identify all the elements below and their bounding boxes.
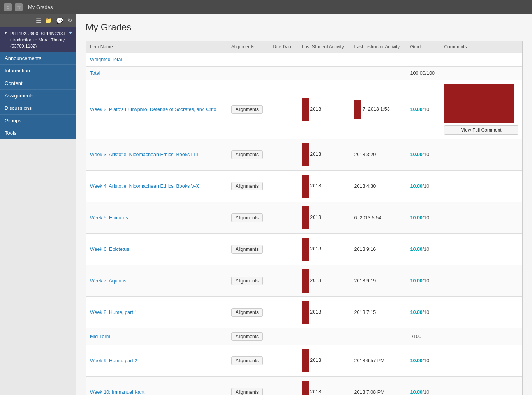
cell-last-instructor	[351, 53, 407, 67]
sidebar-item-tools[interactable]: Tools	[0, 127, 76, 139]
cell-due-date	[269, 67, 298, 80]
item-link[interactable]: Total	[90, 71, 100, 76]
cell-grade: 10.00/10	[407, 80, 440, 139]
col-grade: Grade	[407, 41, 440, 53]
item-link[interactable]: Weighted Total	[90, 57, 122, 62]
item-link[interactable]: Week 6: Epictetus	[90, 247, 129, 252]
alignments-button[interactable]: Alignments	[231, 182, 263, 190]
layout: ☰ 📁 💬 ↻ ▼ PHI.192.U800, SPRING13.I ntrod…	[0, 14, 532, 395]
course-header[interactable]: ▼ PHI.192.U800, SPRING13.I ntroduction t…	[0, 27, 76, 52]
cell-alignments: Alignments	[227, 139, 269, 171]
student-activity-bar	[302, 206, 309, 229]
cell-item-name: Week 10: Immanuel Kant	[86, 377, 227, 395]
folder-icon[interactable]: 📁	[44, 16, 53, 25]
cell-grade: 10.00/10	[407, 171, 440, 202]
alignments-button[interactable]: Alignments	[231, 245, 263, 254]
grade-denom: /10	[423, 390, 429, 395]
cell-item-name: Weighted Total	[86, 53, 227, 67]
grade-denom: /10	[423, 358, 429, 363]
cell-last-instructor	[351, 328, 407, 345]
table-row: Week 8: Hume, part 1Alignments 20132013 …	[86, 297, 522, 328]
cell-due-date	[269, 234, 298, 265]
cell-due-date	[269, 202, 298, 234]
grade-denom: /10	[423, 215, 429, 220]
cell-grade: -	[407, 53, 440, 67]
alignments-button[interactable]: Alignments	[231, 388, 263, 395]
alignments-button[interactable]: Alignments	[231, 150, 263, 159]
item-link[interactable]: Mid-Term	[90, 334, 110, 339]
cell-last-student	[298, 53, 351, 67]
view-full-comment-button[interactable]: View Full Comment	[444, 125, 518, 135]
cell-last-instructor: 2013 7:08 PM	[351, 377, 407, 395]
grade-value: 10.00	[410, 215, 423, 220]
bookmark-icon[interactable]: ☆	[15, 3, 23, 11]
cell-item-name: Total	[86, 67, 227, 80]
comment-icon[interactable]: 💬	[55, 16, 64, 25]
item-link[interactable]: Week 8: Hume, part 1	[90, 310, 137, 315]
cell-last-student: 2013	[298, 234, 351, 265]
item-link[interactable]: Week 5: Epicurus	[90, 215, 128, 220]
cell-item-name: Week 4: Aristotle, Nicomachean Ethics, B…	[86, 171, 227, 202]
item-link[interactable]: Week 2: Plato's Euthyphro, Defense of So…	[90, 107, 217, 112]
student-activity-bar	[302, 381, 309, 395]
table-row: Week 5: EpicurusAlignments 20136, 2013 5…	[86, 202, 522, 234]
cell-last-instructor: 2013 9:16	[351, 234, 407, 265]
alignments-button[interactable]: Alignments	[231, 105, 263, 114]
student-activity-bar	[302, 175, 309, 198]
item-link[interactable]: Week 7: Aquinas	[90, 278, 127, 284]
grade-value: 10.00	[410, 278, 423, 284]
item-link[interactable]: Week 10: Immanuel Kant	[90, 390, 144, 395]
alignments-button[interactable]: Alignments	[231, 277, 263, 285]
alignments-button[interactable]: Alignments	[231, 308, 263, 317]
grade-denom: /10	[423, 152, 429, 157]
cell-due-date	[269, 171, 298, 202]
alignments-button[interactable]: Alignments	[231, 332, 263, 341]
cell-due-date	[269, 297, 298, 328]
top-bar-title: My Grades	[28, 4, 53, 10]
cell-last-student	[298, 67, 351, 80]
alignments-button[interactable]: Alignments	[231, 356, 263, 365]
item-link[interactable]: Week 3: Aristotle, Nicomachean Ethics, B…	[90, 152, 198, 157]
grade-value: 10.00	[410, 183, 423, 189]
top-bar: ⌂ ☆ My Grades	[0, 0, 532, 14]
cell-comments	[440, 67, 522, 80]
table-row: Total100.00/100	[86, 67, 522, 80]
sidebar-item-content[interactable]: Content	[0, 77, 76, 90]
cell-comments: View Full Comment	[440, 80, 522, 139]
sidebar-item-announcements[interactable]: Announcements	[0, 52, 76, 65]
cell-comments	[440, 234, 522, 265]
sidebar-item-assignments[interactable]: Assignments	[0, 90, 76, 102]
cell-comments	[440, 377, 522, 395]
course-star-icon[interactable]: ★	[69, 30, 72, 35]
cell-comments	[440, 53, 522, 67]
col-due-date: Due Date	[269, 41, 298, 53]
cell-last-instructor: 2013 9:19	[351, 265, 407, 297]
table-row: Week 4: Aristotle, Nicomachean Ethics, B…	[86, 171, 522, 202]
page-title: My Grades	[86, 22, 523, 33]
home-icon[interactable]: ⌂	[4, 3, 12, 11]
item-link[interactable]: Week 4: Aristotle, Nicomachean Ethics, B…	[90, 183, 199, 189]
sidebar-item-groups[interactable]: Groups	[0, 115, 76, 127]
cell-item-name: Mid-Term	[86, 328, 227, 345]
collapse-arrow: ▼	[4, 30, 8, 35]
cell-alignments	[227, 67, 269, 80]
cell-last-student: 2013	[298, 202, 351, 234]
table-row: Week 6: EpictetusAlignments 20132013 9:1…	[86, 234, 522, 265]
cell-alignments: Alignments	[227, 171, 269, 202]
table-row: Week 3: Aristotle, Nicomachean Ethics, B…	[86, 139, 522, 171]
sidebar-item-discussions[interactable]: Discussions	[0, 102, 76, 115]
cell-comments	[440, 345, 522, 377]
cell-due-date	[269, 265, 298, 297]
cell-alignments: Alignments	[227, 345, 269, 377]
cell-comments	[440, 297, 522, 328]
menu-icon[interactable]: ☰	[35, 16, 42, 25]
cell-grade: -/100	[407, 328, 440, 345]
sidebar-item-information[interactable]: Information	[0, 65, 76, 77]
refresh-icon[interactable]: ↻	[67, 16, 73, 25]
alignments-button[interactable]: Alignments	[231, 213, 263, 222]
item-link[interactable]: Week 9: Hume, part 2	[90, 358, 137, 363]
cell-item-name: Week 8: Hume, part 1	[86, 297, 227, 328]
cell-grade: 10.00/10	[407, 345, 440, 377]
grade-denom: /10	[423, 310, 429, 315]
grade-value: 10.00	[410, 152, 423, 157]
